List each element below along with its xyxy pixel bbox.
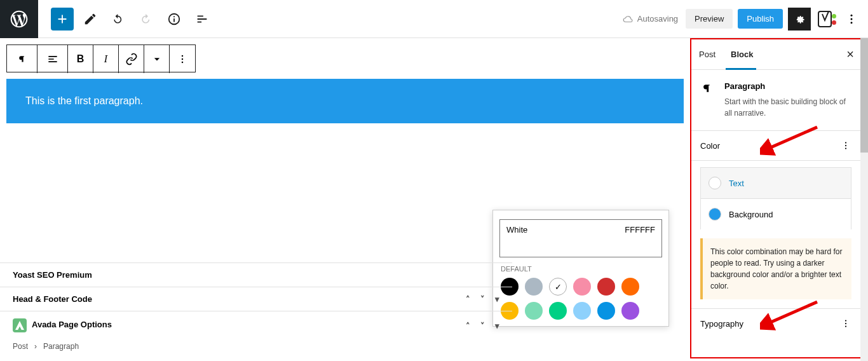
color-panel-label: Color bbox=[700, 141, 720, 151]
color-swatch[interactable]: ✓ bbox=[549, 278, 567, 296]
hf-panel-header[interactable]: Head & Footer Code ˄ ˅ ▾ bbox=[0, 287, 512, 311]
bold-button[interactable]: B bbox=[68, 45, 93, 73]
breadcrumb-leaf[interactable]: Paragraph bbox=[43, 342, 79, 351]
text-color-label: Text bbox=[729, 179, 744, 188]
caret-icon[interactable]: ▾ bbox=[495, 321, 499, 330]
color-swatch[interactable] bbox=[525, 302, 543, 320]
yoast-button[interactable] bbox=[817, 10, 835, 28]
background-color-row[interactable]: Background bbox=[700, 198, 851, 229]
paragraph-block[interactable]: This is the first paragraph. bbox=[6, 79, 684, 123]
typography-panel-header[interactable]: Typography bbox=[691, 309, 860, 338]
avada-panel-label: Avada Page Options bbox=[32, 320, 112, 329]
edit-mode-button[interactable] bbox=[79, 8, 102, 31]
svg-point-10 bbox=[845, 142, 846, 143]
color-swatch[interactable] bbox=[621, 302, 639, 320]
undo-button[interactable] bbox=[107, 8, 130, 31]
block-toolbar: B I bbox=[6, 44, 196, 72]
gear-icon bbox=[793, 13, 806, 25]
bg-color-label: Background bbox=[729, 210, 773, 219]
avada-icon bbox=[13, 318, 27, 332]
color-swatch[interactable] bbox=[549, 302, 567, 320]
dots-vertical-icon[interactable] bbox=[840, 140, 851, 151]
color-hex-value: FFFFFF bbox=[625, 225, 655, 252]
chevron-down-icon[interactable]: ˅ bbox=[480, 321, 485, 330]
color-panel-body: Text Background This color combination m… bbox=[691, 161, 860, 309]
preview-button[interactable]: Preview bbox=[686, 9, 733, 29]
block-more-button[interactable] bbox=[170, 45, 195, 73]
add-block-button[interactable] bbox=[51, 8, 74, 31]
tab-post[interactable]: Post bbox=[691, 41, 723, 68]
bg-color-swatch bbox=[709, 208, 721, 221]
svg-point-8 bbox=[182, 58, 184, 60]
link-button[interactable] bbox=[119, 45, 144, 73]
typography-panel-label: Typography bbox=[700, 319, 743, 329]
undo-icon bbox=[111, 12, 125, 26]
wordpress-icon bbox=[9, 9, 29, 29]
list-icon bbox=[195, 12, 209, 26]
svg-point-15 bbox=[845, 325, 846, 327]
yoast-panel-header[interactable]: Yoast SEO Premium bbox=[0, 262, 512, 287]
outline-button[interactable] bbox=[191, 8, 214, 31]
color-swatch[interactable] bbox=[573, 278, 591, 296]
color-swatch[interactable] bbox=[597, 278, 615, 296]
panel-controls: ˄ ˅ ▾ bbox=[466, 294, 499, 304]
breadcrumb-root[interactable]: Post bbox=[13, 342, 28, 351]
chevron-up-icon[interactable]: ˄ bbox=[466, 321, 470, 330]
color-swatch[interactable] bbox=[597, 302, 615, 320]
text-color-row[interactable]: Text bbox=[700, 167, 851, 198]
editor-canvas: B I This is the first paragraph. White F… bbox=[0, 38, 690, 361]
block-settings-sidebar: Post Block × Paragraph Start with the ba… bbox=[690, 38, 862, 358]
meta-panels: Yoast SEO Premium Head & Footer Code ˄ ˅… bbox=[0, 262, 512, 353]
vertical-scrollbar[interactable] bbox=[860, 38, 868, 361]
caret-icon[interactable]: ▾ bbox=[495, 294, 499, 304]
yoast-icon bbox=[817, 10, 835, 28]
color-panel-header[interactable]: Color bbox=[691, 131, 860, 161]
details-button[interactable] bbox=[163, 8, 186, 31]
redo-icon bbox=[139, 12, 153, 26]
color-name-label: White bbox=[506, 225, 527, 252]
color-swatch[interactable] bbox=[525, 278, 543, 296]
yoast-panel-label: Yoast SEO Premium bbox=[13, 270, 92, 280]
chevron-down-icon bbox=[151, 53, 163, 65]
close-sidebar-button[interactable]: × bbox=[846, 47, 854, 62]
cloud-icon bbox=[622, 13, 634, 25]
dots-vertical-icon[interactable] bbox=[840, 318, 851, 329]
avada-panel-header[interactable]: Avada Page Options ˄ ˅ ▾ bbox=[0, 311, 512, 339]
svg-point-11 bbox=[845, 145, 846, 146]
block-desc-text: Start with the basic building block of a… bbox=[724, 96, 851, 119]
sidebar-tabs: Post Block × bbox=[691, 39, 860, 70]
breadcrumb-separator: › bbox=[34, 342, 37, 351]
color-hex-field[interactable]: White FFFFFF bbox=[499, 219, 662, 257]
color-swatch[interactable] bbox=[621, 278, 639, 296]
svg-point-5 bbox=[851, 18, 853, 20]
pencil-icon bbox=[83, 12, 97, 26]
more-formatting-button[interactable] bbox=[144, 45, 170, 73]
redo-button[interactable] bbox=[135, 8, 158, 31]
contrast-warning: This color combination may be hard for p… bbox=[700, 238, 851, 299]
editor-top-toolbar: Autosaving Preview Publish bbox=[0, 0, 868, 38]
dots-vertical-icon bbox=[176, 53, 189, 65]
color-swatch[interactable] bbox=[573, 302, 591, 320]
svg-point-1 bbox=[173, 16, 175, 17]
color-picker-popover: White FFFFFF DEFAULT ✓ bbox=[492, 210, 669, 327]
svg-point-6 bbox=[851, 22, 853, 24]
tab-block[interactable]: Block bbox=[723, 41, 761, 68]
chevron-down-icon[interactable]: ˅ bbox=[480, 294, 485, 304]
autosave-status: Autosaving bbox=[622, 13, 678, 25]
publish-button[interactable]: Publish bbox=[738, 9, 783, 29]
block-type-button[interactable] bbox=[7, 45, 37, 73]
more-options-button[interactable] bbox=[840, 8, 863, 31]
color-swatches: ✓ bbox=[499, 278, 662, 320]
italic-button[interactable]: I bbox=[93, 45, 119, 73]
align-button[interactable] bbox=[37, 45, 68, 73]
scroll-thumb[interactable] bbox=[860, 38, 868, 153]
tab-indicator bbox=[726, 68, 756, 70]
bold-icon: B bbox=[77, 53, 85, 65]
svg-point-4 bbox=[851, 14, 853, 16]
svg-rect-2 bbox=[173, 18, 175, 22]
wordpress-logo[interactable] bbox=[0, 0, 38, 38]
block-description: Paragraph Start with the basic building … bbox=[691, 70, 860, 131]
settings-button[interactable] bbox=[788, 8, 811, 31]
chevron-up-icon[interactable]: ˄ bbox=[466, 294, 470, 304]
text-color-swatch bbox=[709, 177, 721, 189]
